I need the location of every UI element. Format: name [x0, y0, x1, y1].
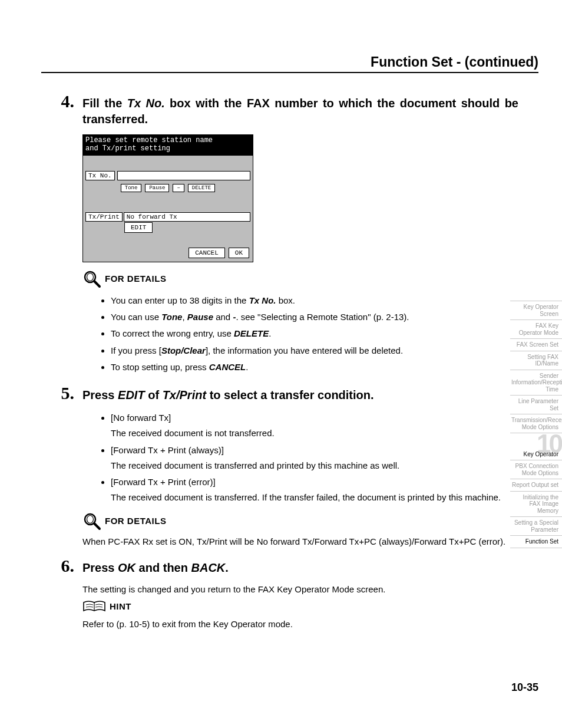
ui-screenshot: Please set remote station name and Tx/pr… — [82, 134, 253, 262]
sidebar-tab[interactable]: Setting a Special Parameter — [510, 516, 562, 535]
list-item: You can use Tone, Pause and -. see "Sele… — [111, 309, 518, 325]
options-list-5: [No forward Tx] The received document is… — [82, 410, 518, 506]
page-number: 10-35 — [511, 681, 538, 694]
text-emph: Pause — [187, 312, 213, 322]
txno-label: Tx No. — [85, 171, 115, 180]
text: of — [145, 388, 163, 401]
option-body: The received document is transferred and… — [111, 458, 518, 473]
text-emph: BACK — [191, 561, 226, 574]
list-item: [Forward Tx + Print (always)] The receiv… — [111, 443, 518, 474]
text: Press — [82, 561, 118, 574]
edit-button[interactable]: EDIT — [124, 222, 153, 233]
ui-instruction-line2: and Tx/print setting — [85, 144, 250, 153]
txprint-label: Tx/Print — [85, 212, 123, 222]
text-emph: EDIT — [118, 388, 145, 401]
cancel-button[interactable]: CANCEL — [189, 248, 225, 258]
step-5: 5. Press EDIT of Tx/Print to select a tr… — [82, 383, 518, 548]
svg-line-5 — [94, 523, 100, 529]
ui-instruction-line1: Please set remote station name — [85, 136, 250, 144]
text: . see "Selecting a Remote Station" (p. 2… — [236, 312, 409, 322]
for-details-heading: FOR DETAILS — [82, 269, 518, 288]
step-6: 6. Press OK and then BACK. The setting i… — [82, 556, 518, 630]
ok-button[interactable]: OK — [229, 248, 249, 258]
sidebar-tab[interactable]: PBX Connection Mode Options — [510, 460, 562, 479]
svg-point-1 — [87, 273, 94, 281]
list-item: [Forward Tx + Print (error)] The receive… — [111, 475, 518, 506]
list-item: You can enter up to 38 digits in the Tx … — [111, 293, 518, 308]
pause-button[interactable]: Pause — [145, 184, 169, 192]
magnifier-icon — [82, 512, 101, 531]
text: You can enter up to 38 digits in the — [111, 295, 249, 305]
option-body: The received document is transferred. If… — [111, 490, 518, 505]
text: To stop setting up, press — [111, 362, 209, 372]
text: Press — [82, 388, 118, 401]
text-emph: Tx No. — [249, 295, 276, 305]
text: If you press [ — [111, 345, 161, 355]
step-6-number: 6. — [52, 556, 82, 576]
page-header-title: Function Set - (continued) — [371, 54, 538, 70]
sidebar-tab[interactable]: Report Output set — [510, 479, 562, 491]
list-item: To stop setting up, press CANCEL. — [111, 360, 518, 375]
hint-label: HINT — [110, 601, 131, 611]
sidebar-tab-active[interactable]: Function Set — [510, 535, 562, 548]
for-details-label: FOR DETAILS — [105, 274, 166, 284]
step-4-number: 4. — [52, 91, 82, 111]
step-6-paragraph: The setting is changed and you return to… — [82, 583, 518, 595]
sidebar-tab[interactable]: Key Operator Screen — [510, 301, 562, 319]
text: You can use — [111, 312, 161, 322]
text-emph: Tx No. — [127, 97, 165, 110]
text-emph: Tx/Print — [163, 388, 206, 401]
sidebar-tab[interactable]: Line Parameter Set — [510, 395, 562, 414]
chapter-label: Key Operator — [524, 451, 558, 457]
details-list-4: You can enter up to 38 digits in the Tx … — [82, 293, 518, 375]
delete-button[interactable]: DELETE — [188, 184, 215, 192]
text-emph: CANCEL — [209, 362, 246, 372]
option-head: [Forward Tx + Print (error)] — [111, 477, 216, 487]
text: and then — [135, 561, 191, 574]
text: . — [225, 561, 229, 574]
sidebar-chapter-tab[interactable]: 10 Key Operator — [510, 433, 562, 460]
tone-button[interactable]: Tone — [121, 184, 142, 192]
text: , — [182, 312, 187, 322]
sidebar-tab[interactable]: Sender Information/Reception Time — [510, 370, 562, 396]
sidebar-tab[interactable]: Setting FAX ID/Name — [510, 351, 562, 370]
dash-button[interactable]: – — [173, 184, 184, 192]
step-5-number: 5. — [52, 383, 82, 403]
text: and — [213, 312, 233, 322]
text: Fill the — [82, 97, 127, 110]
hint-paragraph: Refer to (p. 10-5) to exit from the Key … — [82, 618, 518, 630]
book-icon — [82, 600, 106, 613]
step-6-title: Press OK and then BACK. — [82, 560, 229, 576]
list-item: If you press [Stop/Clear], the informati… — [111, 343, 518, 358]
txprint-value: No forward Tx — [124, 212, 250, 222]
svg-point-4 — [87, 515, 94, 523]
list-item: [No forward Tx] The received document is… — [111, 410, 518, 442]
sidebar-tab[interactable]: FAX Screen Set — [510, 338, 562, 351]
list-item: To correct the wrong entry, use DELETE. — [111, 326, 518, 341]
step-4-title: Fill the Tx No. box with the FAX number … — [82, 95, 518, 127]
text: To correct the wrong entry, use — [111, 328, 234, 338]
text-emph: DELETE — [234, 328, 269, 338]
sidebar-tab[interactable]: FAX Key Operator Mode — [510, 319, 562, 338]
text-emph: Stop/Clear — [161, 345, 206, 355]
text-emph: Tone — [161, 312, 182, 322]
svg-line-2 — [94, 281, 100, 286]
sidebar-tab[interactable]: Initializing the FAX Image Memory — [510, 491, 562, 517]
for-details-label: FOR DETAILS — [105, 516, 166, 526]
main-content: 4. Fill the Tx No. box with the FAX numb… — [82, 91, 518, 638]
txno-input[interactable] — [117, 171, 250, 180]
option-body: The received document is not transferred… — [111, 426, 518, 441]
text: ], the information you have entered will… — [206, 345, 403, 355]
hint-heading: HINT — [82, 600, 518, 613]
option-head: [Forward Tx + Print (always)] — [111, 445, 224, 455]
text-emph: OK — [118, 561, 135, 574]
ui-instruction-bar: Please set remote station name and Tx/pr… — [83, 135, 253, 156]
step-4: 4. Fill the Tx No. box with the FAX numb… — [82, 91, 518, 375]
text: . — [269, 328, 271, 338]
magnifier-icon — [82, 269, 101, 288]
text: box. — [276, 295, 295, 305]
for-details-heading: FOR DETAILS — [82, 512, 518, 531]
text: . — [246, 362, 248, 372]
option-head: [No forward Tx] — [111, 413, 171, 423]
sidebar-tabs: Key Operator Screen FAX Key Operator Mod… — [510, 301, 562, 548]
